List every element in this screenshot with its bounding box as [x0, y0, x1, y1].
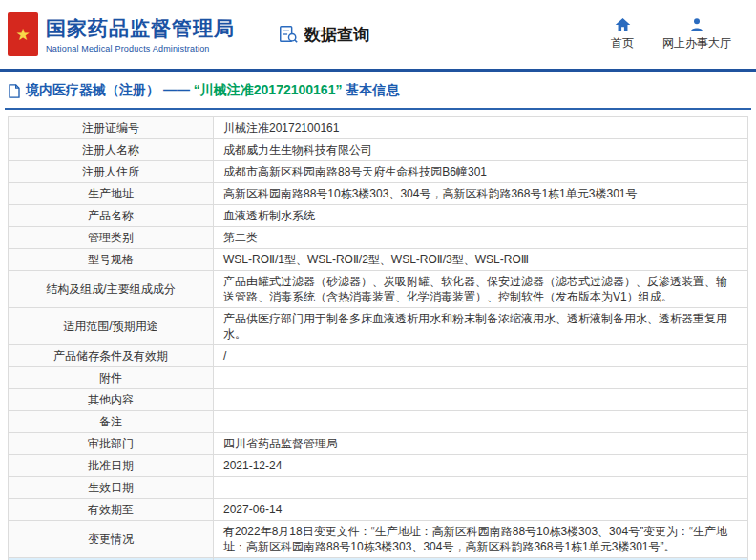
field-label: 有效期至	[9, 499, 214, 521]
table-row: 适用范围/预期用途 产品供医疗部门用于制备多床血液透析用水和粉末制备浓缩液用水、…	[9, 308, 748, 345]
table-row: 有效期至 2027-06-14	[9, 499, 748, 521]
field-label: 注册人名称	[9, 139, 214, 161]
page-title-prefix: 境内医疗器械（注册） ——	[26, 82, 194, 97]
table-row: 生产地址 高新区科园南路88号10栋3楼303、304号，高新区科韵路368号1…	[9, 183, 748, 205]
table-row: 备注	[9, 411, 748, 433]
table-row: 附件	[9, 367, 748, 389]
person-icon	[689, 17, 704, 32]
field-label: 产品储存条件及有效期	[9, 345, 214, 367]
nav-service-hall-label: 网上办事大厅	[662, 35, 731, 52]
field-label: 变更情况	[9, 521, 214, 558]
field-value: 血液透析制水系统	[214, 205, 748, 227]
field-value: 川械注准20172100161	[214, 117, 748, 139]
field-label: 管理类别	[9, 227, 214, 249]
table-row: 型号规格 WSL-ROⅡ/1型、WSL-ROⅡ/2型、WSL-ROⅡ/3型、WS…	[9, 249, 748, 271]
org-name: 国家药品监督管理局	[46, 15, 235, 42]
table-row: 批准日期 2021-12-24	[9, 455, 748, 477]
field-label: 其他内容	[9, 389, 214, 411]
field-label: 型号规格	[9, 249, 214, 271]
field-value: /	[214, 345, 748, 367]
field-value: 2021-12-24	[214, 455, 748, 477]
table-row: 生效日期	[9, 477, 748, 499]
emblem-star-icon: ★	[15, 27, 30, 43]
page-title: 境内医疗器械（注册） —— “川械注准20172100161” 基本信息	[26, 82, 399, 99]
data-query-icon	[278, 24, 299, 45]
nmpa-emblem-logo: ★	[8, 12, 38, 56]
table-row: 注册人名称 成都威力生生物科技有限公司	[9, 139, 748, 161]
table-row: 变更情况 有2022年8月18日变更文件：“生产地址：高新区科园南路88号10栋…	[9, 521, 748, 558]
field-value: 四川省药品监督管理局	[214, 433, 748, 455]
field-value: 产品由罐式过滤器（砂滤器）、炭吸附罐、软化器、保安过滤器（滤芯式过滤器）、反渗透…	[214, 271, 748, 308]
field-label: 结构及组成/主要组成成分	[9, 271, 214, 308]
field-value	[214, 477, 748, 499]
table-row: 注册证编号 川械注准20172100161	[9, 117, 748, 139]
field-label: 审批部门	[9, 433, 214, 455]
field-label: 产品名称	[9, 205, 214, 227]
field-value	[214, 367, 748, 389]
table-row: 结构及组成/主要组成成分 产品由罐式过滤器（砂滤器）、炭吸附罐、软化器、保安过滤…	[9, 271, 748, 308]
field-value: 成都市高新区科园南路88号天府生命科技园B6幢301	[214, 161, 748, 183]
top-nav: 首页 网上办事大厅	[611, 17, 731, 52]
table-row: 其他内容	[9, 389, 748, 411]
registration-info-table: 注册证编号 川械注准20172100161 注册人名称 成都威力生生物科技有限公…	[8, 116, 748, 560]
org-title-block: 国家药品监督管理局 National Medical Products Admi…	[46, 15, 235, 53]
nav-item-home[interactable]: 首页	[611, 17, 634, 52]
field-value	[214, 411, 748, 433]
field-label: 注册证编号	[9, 117, 214, 139]
page-header: ★ 国家药品监督管理局 National Medical Products Ad…	[0, 0, 756, 72]
field-value: 成都威力生生物科技有限公司	[214, 139, 748, 161]
field-label: 生产地址	[9, 183, 214, 205]
field-value: WSL-ROⅡ/1型、WSL-ROⅡ/2型、WSL-ROⅡ/3型、WSL-ROⅢ	[214, 249, 748, 271]
field-label: 附件	[9, 367, 214, 389]
table-row: 管理类别 第二类	[9, 227, 748, 249]
field-value: 高新区科园南路88号10栋3楼303、304号，高新区科韵路368号1栋1单元3…	[214, 183, 748, 205]
field-label: 批准日期	[9, 455, 214, 477]
table-row: 产品储存条件及有效期 /	[9, 345, 748, 367]
field-value: 2027-06-14	[214, 499, 748, 521]
field-value: 第二类	[214, 227, 748, 249]
org-name-en: National Medical Products Administration	[46, 44, 235, 53]
field-value: 有2022年8月18日变更文件：“生产地址：高新区科园南路88号10栋3楼303…	[214, 521, 748, 558]
data-query-label: 数据查询	[304, 24, 369, 46]
table-row: 审批部门 四川省药品监督管理局	[9, 433, 748, 455]
nav-item-service-hall[interactable]: 网上办事大厅	[662, 17, 731, 52]
page-title-suffix: 基本信息	[342, 82, 399, 97]
field-label: 生效日期	[9, 477, 214, 499]
table-row: 注册人住所 成都市高新区科园南路88号天府生命科技园B6幢301	[9, 161, 748, 183]
table-row: 产品名称 血液透析制水系统	[9, 205, 748, 227]
field-label: 适用范围/预期用途	[9, 308, 214, 345]
title-divider	[5, 108, 751, 110]
document-icon	[8, 84, 21, 98]
field-label: 备注	[9, 411, 214, 433]
home-icon	[615, 17, 631, 32]
field-value: 产品供医疗部门用于制备多床血液透析用水和粉末制备浓缩液用水、透析液制备用水、透析…	[214, 308, 748, 345]
page-title-cert-number: “川械注准20172100161”	[194, 82, 343, 97]
field-value	[214, 389, 748, 411]
page-title-bar: 境内医疗器械（注册） —— “川械注准20172100161” 基本信息	[0, 72, 756, 108]
field-label: 注册人住所	[9, 161, 214, 183]
data-query-section[interactable]: 数据查询	[278, 24, 369, 46]
nav-home-label: 首页	[611, 35, 634, 52]
